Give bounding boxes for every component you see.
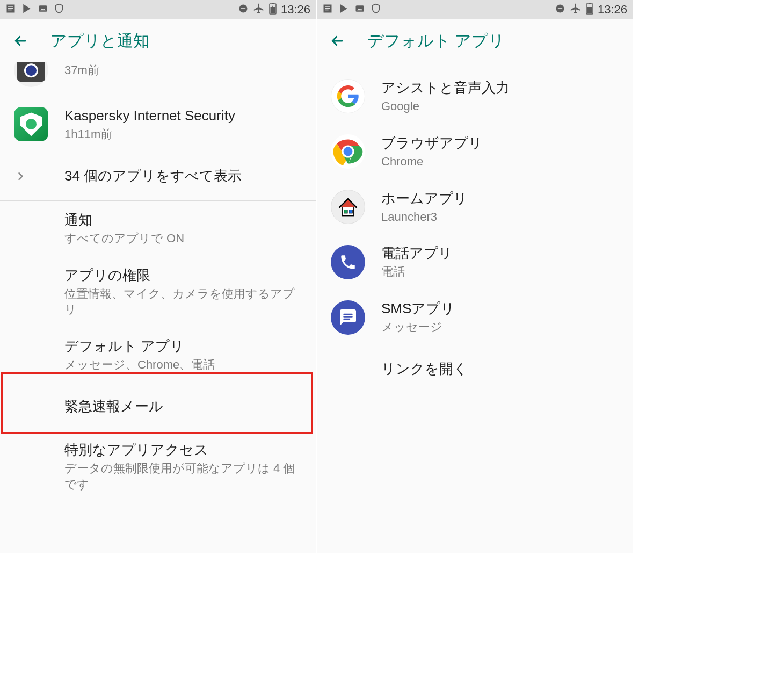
svg-rect-2 — [241, 8, 245, 9]
camera-icon — [14, 62, 48, 87]
phone-screen-apps-notifications: 13:26 アプリと通知 37m前 Kaspersky Internet Sec… — [0, 0, 316, 553]
svg-rect-16 — [344, 210, 347, 213]
back-button[interactable] — [326, 30, 348, 52]
item-title: 緊急速報メール — [64, 397, 302, 416]
item-title: デフォルト アプリ — [64, 337, 302, 356]
airplane-mode-icon — [570, 3, 582, 17]
chrome-icon — [331, 134, 365, 169]
photos-icon — [38, 3, 48, 17]
play-store-icon — [21, 3, 32, 17]
battery-icon — [269, 3, 277, 17]
phone-icon — [331, 245, 365, 279]
kaspersky-icon — [14, 107, 48, 141]
item-title: 特別なアプリアクセス — [64, 441, 302, 459]
default-app-sms[interactable]: SMSアプリ メッセージ — [317, 290, 633, 345]
item-title: 電話アプリ — [381, 244, 619, 263]
svg-rect-6 — [356, 5, 364, 12]
settings-item-notifications[interactable]: 通知 すべてのアプリで ON — [0, 201, 316, 256]
google-icon — [331, 79, 365, 113]
svg-rect-4 — [272, 3, 274, 4]
show-all-title: 34 個のアプリをすべて表示 — [64, 167, 302, 185]
notification-icon — [322, 3, 333, 17]
default-app-home[interactable]: ホームアプリ Launcher3 — [317, 179, 633, 235]
app-item-camera[interactable]: 37m前 — [0, 62, 316, 97]
status-time: 13:26 — [598, 3, 627, 17]
app-item-title: Kaspersky Internet Security — [64, 106, 302, 125]
app-bar: デフォルト アプリ — [317, 19, 633, 62]
app-bar: アプリと通知 — [0, 19, 316, 62]
item-sub: Launcher3 — [381, 209, 619, 225]
notification-icon — [5, 3, 16, 17]
item-sub: すべてのアプリで ON — [64, 230, 302, 247]
battery-icon — [586, 3, 593, 17]
settings-item-default-apps[interactable]: デフォルト アプリ メッセージ、Chrome、電話 — [0, 327, 316, 383]
status-bar: 13:26 — [0, 0, 316, 19]
settings-item-emergency[interactable]: 緊急速報メール — [0, 383, 316, 431]
photos-icon — [354, 3, 365, 17]
app-item-kaspersky[interactable]: Kaspersky Internet Security 1h11m前 — [0, 97, 316, 152]
home-icon — [331, 190, 365, 224]
svg-rect-10 — [589, 3, 591, 4]
default-app-open-links[interactable]: リンクを開く — [317, 345, 633, 393]
item-title: 通知 — [64, 211, 302, 229]
item-title: ブラウザアプリ — [381, 134, 619, 153]
default-app-assist[interactable]: アシストと音声入力 Google — [317, 69, 633, 124]
shield-icon — [54, 3, 64, 17]
settings-item-special-access[interactable]: 特別なアプリアクセス データの無制限使用が可能なアプリは 4 個です — [0, 431, 316, 502]
page-title: デフォルト アプリ — [367, 30, 505, 52]
item-title: SMSアプリ — [381, 299, 619, 318]
page-title: アプリと通知 — [50, 30, 149, 52]
default-app-browser[interactable]: ブラウザアプリ Chrome — [317, 124, 633, 179]
item-sub: Chrome — [381, 154, 619, 170]
play-store-icon — [338, 3, 349, 17]
svg-rect-0 — [39, 5, 47, 12]
item-sub: メッセージ、Chrome、電話 — [64, 357, 302, 373]
do-not-disturb-icon — [238, 3, 249, 17]
chevron-right-icon — [14, 171, 27, 182]
item-sub: 位置情報、マイク、カメラを使用するアプリ — [64, 286, 302, 318]
item-sub: メッセージ — [381, 319, 619, 335]
phone-screen-default-apps: 13:26 デフォルト アプリ アシストと音声入力 Google ブラウザアプリ… — [317, 0, 633, 553]
svg-rect-8 — [558, 8, 562, 9]
content-list: アシストと音声入力 Google ブラウザアプリ Chrome ホームアプリ L… — [317, 62, 633, 553]
shield-icon — [371, 3, 381, 17]
airplane-mode-icon — [253, 3, 265, 17]
status-time: 13:26 — [281, 3, 310, 17]
item-title: リンクを開く — [381, 359, 619, 378]
item-title: ホームアプリ — [381, 189, 619, 208]
app-item-sub: 1h11m前 — [64, 126, 302, 142]
messages-icon — [331, 300, 365, 335]
svg-rect-11 — [587, 7, 592, 13]
item-title: アプリの権限 — [64, 266, 302, 285]
app-item-sub: 37m前 — [64, 62, 302, 78]
item-title: アシストと音声入力 — [381, 78, 619, 97]
item-sub: データの無制限使用が可能なアプリは 4 個です — [64, 460, 302, 492]
settings-item-permissions[interactable]: アプリの権限 位置情報、マイク、カメラを使用するアプリ — [0, 256, 316, 327]
back-button[interactable] — [10, 30, 31, 52]
default-app-phone[interactable]: 電話アプリ 電話 — [317, 234, 633, 290]
do-not-disturb-icon — [555, 3, 565, 17]
show-all-apps[interactable]: 34 個のアプリをすべて表示 — [0, 152, 316, 200]
content-list: 37m前 Kaspersky Internet Security 1h11m前 … — [0, 62, 316, 553]
item-sub: 電話 — [381, 264, 619, 280]
item-sub: Google — [381, 98, 619, 114]
svg-rect-17 — [349, 210, 352, 213]
status-bar: 13:26 — [317, 0, 633, 19]
